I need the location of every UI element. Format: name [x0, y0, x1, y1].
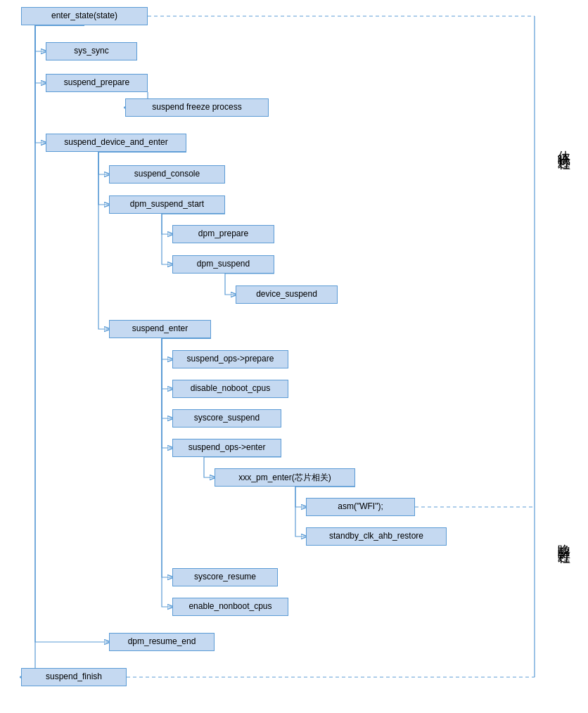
node-syscore-resume: syscore_resume: [172, 568, 278, 586]
node-suspend-finish: suspend_finish: [21, 668, 127, 686]
node-asm-wfi: asm("WFI");: [306, 498, 415, 516]
node-xxx-pm-enter: xxx_pm_enter(芯片相关): [215, 468, 355, 487]
node-syscore-suspend: syscore_suspend: [172, 409, 281, 428]
node-dpm-prepare: dpm_prepare: [172, 225, 274, 243]
node-dpm-resume-end: dpm_resume_end: [109, 633, 215, 651]
node-suspend-enter: suspend_enter: [109, 320, 211, 338]
node-enable-nonboot-cpus: enable_nonboot_cpus: [172, 598, 288, 616]
label-sleep-process: 休眠过程: [556, 141, 573, 152]
node-disable-noboot-cpus: disable_noboot_cpus: [172, 380, 288, 398]
diagram-container: enter_state(state) sys_sync suspend_prep…: [0, 0, 588, 713]
node-standby-clk: standby_clk_ahb_restore: [306, 527, 447, 546]
node-suspend-ops-enter: suspend_ops->enter: [172, 439, 281, 457]
connector-lines: [0, 0, 588, 713]
node-enter-state: enter_state(state): [21, 7, 148, 25]
node-dpm-suspend: dpm_suspend: [172, 255, 274, 274]
label-wake-process: 唤醒过程: [556, 534, 573, 546]
node-suspend-ops-prepare: suspend_ops->prepare: [172, 350, 288, 368]
node-suspend-prepare: suspend_prepare: [46, 74, 148, 92]
node-suspend-console: suspend_console: [109, 165, 225, 184]
node-device-suspend: device_suspend: [236, 285, 338, 304]
node-suspend-freeze-process: suspend freeze process: [125, 98, 269, 117]
node-sys-sync: sys_sync: [46, 42, 137, 60]
node-suspend-device-and-enter: suspend_device_and_enter: [46, 134, 186, 152]
node-dpm-suspend-start: dpm_suspend_start: [109, 195, 225, 214]
